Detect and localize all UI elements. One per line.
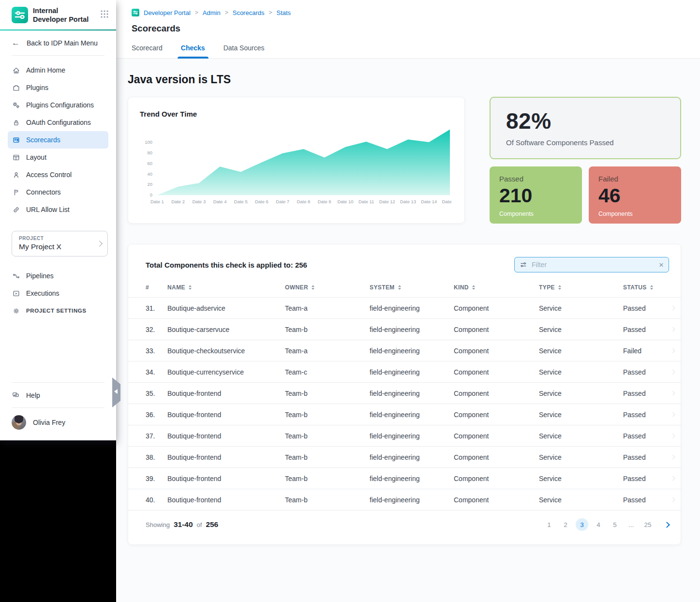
tab-scorecard[interactable]: Scorecard <box>132 44 163 58</box>
column-header-type[interactable]: TYPE <box>539 284 623 291</box>
table-row[interactable]: 40.Boutique-frontendTeam-bfield-engineer… <box>128 489 681 511</box>
home-icon <box>12 66 20 75</box>
sidebar-item-connectors[interactable]: Connectors <box>8 183 108 201</box>
sidebar-item-plugins-configurations[interactable]: Plugins Configurations <box>8 96 108 114</box>
table-row[interactable]: 39.Boutique-frontendTeam-bfield-engineer… <box>128 468 681 489</box>
sort-icon[interactable] <box>558 285 561 290</box>
project-selector[interactable]: PROJECT My Project X <box>12 231 108 256</box>
tab-data-sources[interactable]: Data Sources <box>223 44 265 58</box>
sidebar-item-url-allow-list[interactable]: URL Allow List <box>8 201 108 218</box>
column-header-system[interactable]: SYSTEM <box>370 284 454 291</box>
project-nav: PipelinesExecutionsPROJECT SETTINGS <box>0 256 116 319</box>
sidebar-item-scorecards[interactable]: Scorecards <box>8 131 108 149</box>
svg-text:60: 60 <box>147 161 152 166</box>
sidebar-item-label: OAuth Configurations <box>26 119 91 126</box>
sidebar-item-project-settings[interactable]: PROJECT SETTINGS <box>8 302 108 319</box>
cell-kind: Component <box>454 326 539 333</box>
breadcrumb-separator: > <box>195 9 198 16</box>
showing-summary: Showing 31-40 of 256 <box>146 520 218 529</box>
help-label: Help <box>26 391 40 399</box>
help-button[interactable]: Help <box>0 383 116 407</box>
check-title: Java version is LTS <box>128 73 681 86</box>
table-row[interactable]: 32.Boutique-carservuceTeam-bfield-engine… <box>128 319 681 340</box>
breadcrumb-link-admin[interactable]: Admin <box>203 9 221 16</box>
table-body: 31.Boutique-adserviceTeam-afield-enginee… <box>128 298 681 511</box>
help-chat-icon <box>12 391 20 399</box>
cell-type: Service <box>539 411 623 419</box>
sort-icon[interactable] <box>398 285 401 290</box>
cell-kind: Component <box>454 368 539 376</box>
clear-filter-icon[interactable]: × <box>659 261 664 269</box>
cell-system: field-engineering <box>370 390 454 397</box>
page-25[interactable]: 25 <box>641 518 654 531</box>
column-label: NAME <box>167 284 185 291</box>
tab-checks[interactable]: Checks <box>181 44 205 58</box>
table-row[interactable]: 36.Boutique-frontendTeam-bfield-engineer… <box>128 404 681 425</box>
table-row[interactable]: 33.Boutique-checkoutserviceTeam-afield-e… <box>128 340 681 361</box>
back-to-idp-main-menu[interactable]: ← Back to IDP Main Menu <box>0 30 116 55</box>
sidebar-item-executions[interactable]: Executions <box>8 285 108 302</box>
column-header-kind[interactable]: KIND <box>454 284 539 291</box>
sidebar-item-admin-home[interactable]: Admin Home <box>8 61 108 79</box>
row-chevron-icon <box>670 370 675 375</box>
cell-system: field-engineering <box>370 475 454 482</box>
cell-name: Boutique-frontend <box>167 475 285 482</box>
apps-grid-icon[interactable] <box>100 9 109 21</box>
column-header-owner[interactable]: OWNER <box>285 284 370 291</box>
sidebar-item-label: Layout <box>26 153 46 161</box>
passed-value: 210 <box>499 184 572 207</box>
stats-column: 82% Of Software Components Passed Passed… <box>490 97 681 224</box>
svg-text:Date 9: Date 9 <box>318 199 331 204</box>
cell-number: 35. <box>146 390 167 397</box>
sidebar-item-label: Connectors <box>26 188 61 196</box>
cell-name: Boutique-carservuce <box>167 326 285 333</box>
column-label: STATUS <box>623 284 647 291</box>
table-row[interactable]: 34.Boutique-currencyserviceTeam-cfield-e… <box>128 361 681 383</box>
cell-kind: Component <box>454 475 539 482</box>
page-3[interactable]: 3 <box>576 518 588 531</box>
sort-icon[interactable] <box>650 285 653 290</box>
page-1[interactable]: 1 <box>543 518 555 531</box>
sidebar-item-label: Access Control <box>26 171 72 179</box>
pagination: Showing 31-40 of 256 12345...25 <box>128 511 681 544</box>
sort-icon[interactable] <box>472 285 475 290</box>
column-header-name[interactable]: NAME <box>167 284 285 291</box>
breadcrumb-link-developer-portal[interactable]: Developer Portal <box>144 9 191 16</box>
row-chevron-icon <box>670 497 675 502</box>
sidebar-item-pipelines[interactable]: Pipelines <box>8 267 108 285</box>
column-label: KIND <box>454 284 469 291</box>
breadcrumb-link-stats[interactable]: Stats <box>276 9 291 16</box>
cell-owner: Team-b <box>285 496 370 504</box>
next-page-icon[interactable] <box>664 522 670 528</box>
sidebar-item-plugins[interactable]: Plugins <box>8 79 108 96</box>
sort-icon[interactable] <box>312 285 314 290</box>
topbar: Developer Portal>Admin>Scorecards>Stats … <box>116 0 700 59</box>
table-row[interactable]: 31.Boutique-adserviceTeam-afield-enginee… <box>128 298 681 319</box>
page-4[interactable]: 4 <box>592 518 605 531</box>
cell-name: Boutique-frontend <box>167 496 285 504</box>
components-table-card: Total Components this check is applied t… <box>128 244 681 545</box>
table-row[interactable]: 35.Boutique-frontendTeam-bfield-engineer… <box>128 383 681 404</box>
table-row[interactable]: 37.Boutique-frontendTeam-bfield-engineer… <box>128 425 681 447</box>
page-5[interactable]: 5 <box>609 518 621 531</box>
breadcrumb-link-scorecards[interactable]: Scorecards <box>233 9 265 16</box>
sort-icon[interactable] <box>189 285 192 290</box>
cell-kind: Component <box>454 304 539 312</box>
cell-name: Boutique-frontend <box>167 411 285 419</box>
column-header-: # <box>146 284 167 291</box>
user-menu[interactable]: Olivia Frey <box>0 408 116 435</box>
filter-box: × <box>514 257 669 272</box>
cell-system: field-engineering <box>370 432 454 440</box>
cell-owner: Team-a <box>285 304 370 312</box>
sidebar-item-oauth-configurations[interactable]: OAuth Configurations <box>8 114 108 131</box>
cell-type: Service <box>539 368 623 376</box>
page-2[interactable]: 2 <box>559 518 572 531</box>
column-header-status[interactable]: STATUS <box>623 284 671 291</box>
sidebar-item-access-control[interactable]: Access Control <box>8 166 108 183</box>
pass-percentage-value: 82% <box>506 108 665 134</box>
table-row[interactable]: 38.Boutique-frontendTeam-bfield-engineer… <box>128 447 681 468</box>
sidebar-item-layout[interactable]: Layout <box>8 149 108 166</box>
cell-system: field-engineering <box>370 411 454 419</box>
svg-text:20: 20 <box>147 181 152 187</box>
filter-input[interactable] <box>532 261 655 269</box>
